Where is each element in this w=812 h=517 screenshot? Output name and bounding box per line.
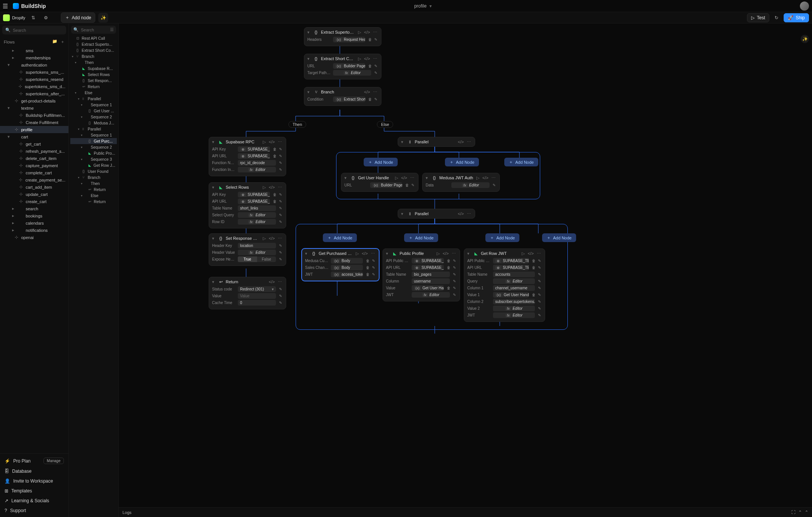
chevron-up-icon[interactable]: ⌃: [798, 510, 802, 515]
outline-item[interactable]: ▾Sequence 1: [70, 102, 117, 108]
more-icon[interactable]: ⋯: [277, 185, 283, 190]
node-supabase-rpc[interactable]: ▾ ◣ Supabase RPC ▷ </> ⋯ API Key ⊕SUPABA…: [209, 137, 286, 176]
prop-value[interactable]: accounts: [493, 272, 535, 277]
chevron-down-icon[interactable]: ▾: [212, 140, 216, 144]
edit-icon[interactable]: ✎: [278, 199, 283, 204]
more-icon[interactable]: ⋯: [491, 175, 496, 180]
sidebar-item[interactable]: ⊹cart_add_item: [0, 183, 68, 191]
outline-item[interactable]: {}Extract Superto...: [70, 41, 117, 47]
edit-icon[interactable]: ✎: [278, 243, 283, 248]
code-icon[interactable]: </>: [363, 90, 371, 95]
prop-value[interactable]: (x)Builder Page U...: [370, 182, 402, 188]
outline-item[interactable]: ▾Else: [70, 193, 117, 199]
trash-icon[interactable]: 🗑: [272, 199, 277, 204]
code-icon[interactable]: </>: [361, 251, 369, 256]
node-header[interactable]: ▾ ◣ Select Rows ▷ </> ⋯: [209, 183, 286, 192]
code-icon[interactable]: </>: [457, 211, 465, 216]
outline-item[interactable]: ▾⫴Parallel: [70, 126, 117, 132]
gear-icon[interactable]: ⚙: [41, 13, 51, 23]
edit-icon[interactable]: ✎: [452, 258, 457, 263]
edit-icon[interactable]: ✎: [537, 258, 542, 263]
chevron-down-icon[interactable]: ▾: [426, 175, 429, 180]
edit-icon[interactable]: ✎: [278, 167, 283, 172]
support-row[interactable]: ?Support: [0, 506, 68, 515]
folder-icon[interactable]: 📁: [52, 39, 57, 45]
edit-icon[interactable]: ✎: [373, 64, 378, 68]
code-icon[interactable]: </>: [268, 185, 276, 190]
outline-item[interactable]: ▾Else: [70, 90, 117, 96]
prop-value[interactable]: ⊕SUPABASE_T...: [412, 265, 444, 270]
more-icon[interactable]: ⋯: [451, 251, 457, 256]
more-icon[interactable]: ⋯: [372, 30, 378, 35]
database-row[interactable]: 🗄Database: [0, 466, 68, 476]
edit-icon[interactable]: ✎: [537, 306, 542, 311]
more-icon[interactable]: ⋯: [372, 90, 378, 95]
edit-icon[interactable]: ✎: [371, 265, 376, 270]
more-icon[interactable]: ⋯: [277, 140, 283, 144]
pro-plan-row[interactable]: ⚡ Pro Plan Manage: [0, 455, 68, 466]
sidebar-item[interactable]: ⊹get-product-details: [0, 97, 68, 104]
more-icon[interactable]: ⋯: [277, 279, 283, 284]
sidebar-item[interactable]: ⊹update_cart: [0, 191, 68, 198]
trash-icon[interactable]: 🗑: [367, 97, 373, 102]
play-icon[interactable]: ▷: [436, 251, 440, 256]
trash-icon[interactable]: 🗑: [365, 272, 370, 277]
sidebar-item[interactable]: ▸sms: [0, 47, 68, 54]
filter-icon[interactable]: ☰: [110, 27, 114, 32]
templates-row[interactable]: ⊞Templates: [0, 486, 68, 496]
invite-row[interactable]: 👤Invite to Workspace: [0, 476, 68, 486]
play-icon[interactable]: ▷: [357, 56, 362, 61]
node-parallel-2[interactable]: ▾ ⫴ Parallel </> ⋯: [398, 209, 475, 219]
edit-icon[interactable]: ✎: [278, 300, 283, 305]
trash-icon[interactable]: 🗑: [365, 258, 370, 263]
outline-item[interactable]: ⊡Rest API Call: [70, 35, 117, 41]
sidebar-item[interactable]: ▾textme: [0, 104, 68, 112]
sidebar-item[interactable]: ⊹supertokens_sms_d...: [0, 83, 68, 90]
prop-value[interactable]: fxEditor: [493, 306, 535, 311]
code-icon[interactable]: </>: [268, 140, 276, 144]
edit-icon[interactable]: ✎: [537, 272, 542, 277]
outline-item[interactable]: {}Set Respon...: [70, 78, 117, 84]
add-node-button-p2b[interactable]: ＋Add Node: [404, 233, 438, 242]
trash-icon[interactable]: 🗑: [367, 64, 373, 68]
edit-icon[interactable]: ✎: [278, 160, 283, 165]
outline-item[interactable]: ◣Public Pro...: [70, 150, 117, 156]
node-header[interactable]: ▾ {} Get User Handle ▷ </> ⋯: [341, 173, 418, 182]
trash-icon[interactable]: 🗑: [531, 292, 536, 297]
edit-icon[interactable]: ✎: [452, 286, 457, 290]
prop-value[interactable]: fxEditor: [238, 219, 276, 225]
more-icon[interactable]: ⋯: [536, 251, 542, 256]
trash-icon[interactable]: 🗑: [531, 265, 536, 270]
node-header[interactable]: ▾ {} Medusa JWT Auth ▷ </> ⋯: [423, 173, 499, 182]
chevron-down-icon[interactable]: ▾: [305, 251, 309, 256]
outline-item[interactable]: ▾Sequence 3: [70, 156, 117, 162]
node-header[interactable]: ▾ ◣ Supabase RPC ▷ </> ⋯: [209, 137, 286, 146]
chevron-down-icon[interactable]: ▾: [467, 251, 471, 256]
edit-icon[interactable]: ✎: [373, 97, 378, 102]
sidebar-item[interactable]: ⊹Create Fulfillment: [0, 119, 68, 126]
edit-icon[interactable]: ✎: [373, 70, 378, 75]
edit-icon[interactable]: ✎: [537, 292, 542, 297]
sidebar-item[interactable]: ⊹profile: [0, 126, 68, 133]
logs-bar[interactable]: Logs ⛶ ⌃ ⌃: [119, 507, 812, 517]
outline-item[interactable]: ↩Return: [70, 199, 117, 205]
sidebar-item[interactable]: ⊹openai: [0, 234, 68, 241]
node-get-purchased-items[interactable]: ▾ {} Get Purchased Items ▷ </> ⋯ Medusa …: [302, 248, 379, 281]
trash-icon[interactable]: 🗑: [272, 147, 277, 152]
outline-search[interactable]: 🔍 Search ☰: [71, 26, 116, 34]
history-icon[interactable]: ↻: [772, 13, 781, 23]
chevron-down-icon[interactable]: ▾: [401, 140, 405, 144]
sidebar-item[interactable]: ⊹supertokens_sms_...: [0, 68, 68, 76]
outline-item[interactable]: ▾Sequence 2: [70, 144, 117, 150]
outline-item[interactable]: ◣Supabase R...: [70, 65, 117, 71]
trash-icon[interactable]: 🗑: [404, 183, 410, 188]
play-icon[interactable]: ▷: [262, 236, 267, 241]
node-parallel-1[interactable]: ▾ ⫴ Parallel </> ⋯: [398, 137, 475, 147]
more-icon[interactable]: ⋯: [409, 175, 415, 180]
sidebar-item[interactable]: ▸bookings: [0, 212, 68, 219]
edit-icon[interactable]: ✎: [537, 313, 542, 318]
code-icon[interactable]: </>: [363, 56, 371, 61]
canvas[interactable]: ✨: [119, 23, 812, 517]
prop-value[interactable]: subscriber.supertokens...: [493, 299, 535, 304]
sidebar-item[interactable]: ⊹supertokens_after_...: [0, 90, 68, 97]
